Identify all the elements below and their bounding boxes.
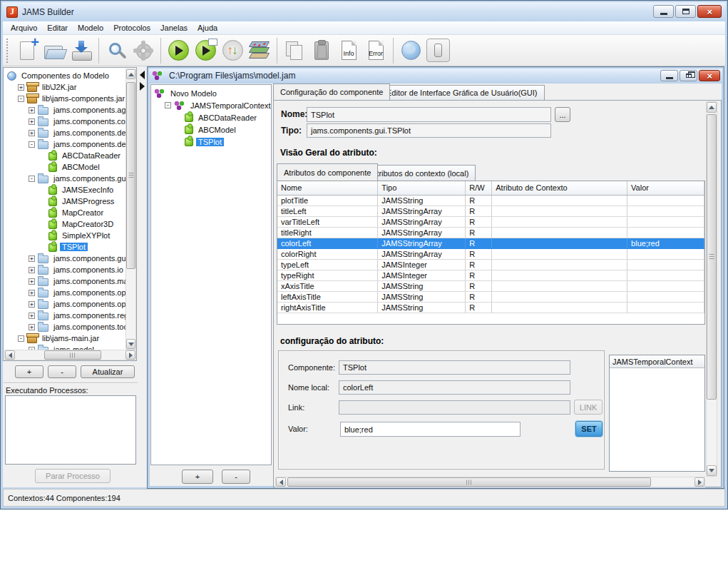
tree-item[interactable]: MapCreator [4, 207, 125, 218]
tree-item-label[interactable]: MapCreator [60, 208, 106, 217]
minimize-button[interactable] [660, 70, 678, 81]
tree-item[interactable]: MapCreator3D [4, 218, 125, 230]
table-cell[interactable]: R [466, 238, 492, 248]
tree-item-label[interactable]: jams.components.regi [51, 311, 125, 320]
close-button[interactable]: × [699, 70, 720, 81]
table-cell[interactable]: R [466, 227, 492, 238]
table-row[interactable]: typeLeftJAMSIntegerR [277, 259, 704, 270]
model-remove-button[interactable]: - [222, 470, 250, 484]
table-cell[interactable] [627, 259, 704, 270]
map-layers-button[interactable] [246, 37, 273, 64]
tree-item[interactable]: ABCModel [151, 123, 271, 136]
close-button[interactable]: × [697, 5, 722, 18]
table-cell[interactable]: blue;red [627, 238, 704, 248]
table-cell[interactable] [627, 248, 704, 259]
tree-item-label[interactable]: ABCDataReader [196, 113, 259, 122]
context-list-header[interactable]: JAMSTemporalContext [610, 355, 704, 368]
paste-button[interactable] [308, 37, 335, 64]
tree-item-label[interactable]: Componentes do Modelo [19, 71, 111, 80]
table-cell[interactable]: JAMSString [378, 280, 466, 291]
tree-item-label[interactable]: jams.components.deb [51, 128, 125, 137]
panel-horizontal-scrollbar[interactable] [275, 477, 705, 487]
tree-item[interactable]: TSPlot [151, 136, 271, 148]
tree-item-label[interactable]: jams.components.agg [51, 106, 125, 114]
scrollbar-thumb[interactable] [707, 114, 717, 400]
scrollbar-thumb[interactable] [287, 477, 651, 487]
tree-item-label[interactable]: ABCModel [196, 126, 238, 134]
table-cell[interactable] [492, 280, 627, 291]
tree-horizontal-scrollbar[interactable] [4, 350, 136, 360]
tree-item[interactable]: JAMSExecInfo [4, 184, 125, 196]
tree-item[interactable]: +jams.components.mac [4, 275, 125, 287]
context-list[interactable]: JAMSTemporalContext [609, 355, 705, 472]
expand-icon[interactable]: + [29, 324, 35, 330]
table-cell[interactable]: JAMSInteger [378, 259, 466, 270]
table-cell[interactable] [492, 270, 627, 280]
tree-item[interactable]: Novo Modelo [151, 87, 271, 99]
tree-item[interactable]: -lib\jams-components.jar [4, 93, 125, 104]
tree-item-label[interactable]: ABCDataReader [60, 151, 123, 160]
tree-item-label[interactable]: jams.components.con [51, 117, 125, 126]
table-cell[interactable]: colorRight [277, 248, 378, 259]
menu-item-janelas[interactable]: Janelas [155, 22, 193, 34]
expand-icon[interactable]: + [29, 301, 35, 308]
tree-item-label[interactable]: jams.components.mac [51, 277, 125, 285]
link-button[interactable]: LINK [574, 400, 603, 415]
web-button[interactable] [397, 37, 424, 64]
table-cell[interactable]: JAMSStringArray [378, 238, 466, 248]
table-cell[interactable] [627, 227, 704, 238]
tree-item[interactable]: ABCDataReader [151, 111, 271, 123]
tab-gui-editor[interactable]: Editor de Interface Gráfica de Usuário(G… [379, 85, 545, 100]
search-button[interactable] [103, 37, 130, 64]
tree-item[interactable]: -JAMSTemporalContext [151, 99, 271, 111]
running-processes-list[interactable] [5, 395, 136, 465]
info-log-button[interactable]: Info [335, 37, 362, 64]
title-bar[interactable]: J JAMS Builder × [2, 2, 726, 21]
tree-item-label[interactable]: jams.components.gui [51, 174, 125, 183]
tree-item[interactable]: +jams.components.tool [4, 321, 125, 333]
new-model-button[interactable] [14, 37, 41, 64]
tree-item-label[interactable]: MapCreator3D [60, 220, 116, 228]
table-cell[interactable]: titleLeft [277, 206, 378, 216]
table-cell[interactable]: R [466, 216, 492, 227]
scroll-down-button[interactable] [126, 339, 135, 349]
table-cell[interactable]: R [466, 195, 492, 206]
table-row[interactable]: xAxisTitleJAMSStringR [277, 280, 704, 291]
table-cell[interactable] [627, 302, 704, 313]
scroll-right-button[interactable] [125, 350, 135, 360]
table-cell[interactable]: JAMSInteger [378, 270, 466, 280]
table-cell[interactable]: R [466, 302, 492, 313]
tree-item-label[interactable]: jams.components.opti [51, 288, 125, 297]
table-cell[interactable]: R [466, 206, 492, 216]
tree-item-label[interactable]: jams.components.dem [51, 140, 125, 148]
tree-item[interactable]: ABCModel [4, 161, 125, 173]
name-field[interactable]: TSPlot [307, 107, 551, 122]
table-cell[interactable] [492, 206, 627, 216]
table-cell[interactable]: plotTitle [277, 195, 378, 206]
panel-vertical-scrollbar[interactable] [706, 101, 717, 477]
column-header[interactable]: Tipo [378, 181, 466, 195]
table-cell[interactable] [492, 291, 627, 302]
table-row[interactable]: colorRightJAMSStringArrayR [277, 248, 704, 259]
table-cell[interactable]: JAMSStringArray [378, 216, 466, 227]
tree-item[interactable]: +jams.components.opti [4, 298, 125, 310]
column-header[interactable]: Nome [277, 181, 378, 195]
table-row[interactable]: titleRightJAMSStringArrayR [277, 227, 704, 238]
expand-icon[interactable]: + [29, 255, 35, 262]
table-cell[interactable] [627, 195, 704, 206]
remove-component-button[interactable]: - [48, 365, 76, 378]
menu-item-editar[interactable]: Editar [42, 22, 73, 34]
table-cell[interactable]: typeLeft [277, 259, 378, 270]
expand-icon[interactable]: + [29, 107, 35, 113]
column-header[interactable]: Atributo de Contexto [492, 181, 627, 195]
tree-item-label[interactable]: JAMSProgress [60, 197, 116, 206]
tree-vertical-scrollbar[interactable] [125, 69, 136, 350]
scroll-right-button[interactable] [694, 477, 704, 487]
scroll-left-button[interactable] [276, 477, 286, 487]
table-cell[interactable] [627, 291, 704, 302]
collapse-icon[interactable]: - [18, 335, 24, 342]
table-cell[interactable]: R [466, 248, 492, 259]
tree-item[interactable]: +jams.components.opti [4, 287, 125, 298]
tree-item[interactable]: +jams.components.agg [4, 104, 125, 116]
tree-item[interactable]: +jams.components.regi [4, 310, 125, 321]
